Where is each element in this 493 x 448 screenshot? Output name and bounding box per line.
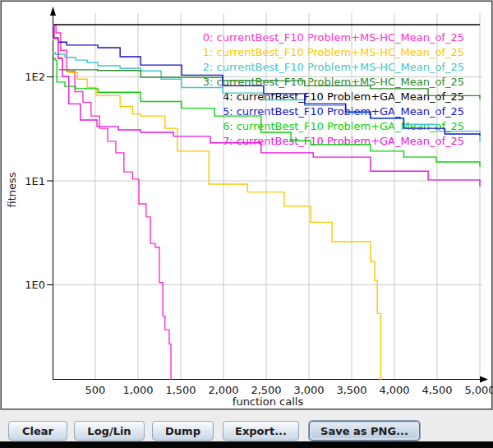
series-line-0 (53, 25, 171, 381)
plot-canvas: 1E21E11E05001,0001,5002,0002,5003,0003,5… (1, 1, 493, 411)
y-axis-arrow-icon (50, 7, 56, 16)
toolbar: ClearLog/LinDumpExport...Save as PNG... (0, 410, 493, 441)
x-tick-label: 1,500 (165, 384, 196, 396)
x-tick-label: 3,500 (336, 384, 366, 396)
x-tick-label: 1,000 (122, 384, 153, 396)
x-tick-label: 4,000 (379, 384, 409, 396)
x-tick-label: 2,000 (208, 384, 238, 396)
window-bottom-edge (0, 441, 493, 448)
dump-button[interactable]: Dump (152, 421, 214, 441)
y-tick-label: 1E1 (25, 175, 45, 187)
export-button[interactable]: Export... (223, 421, 299, 441)
x-tick-label: 2,500 (251, 384, 281, 396)
x-axis-arrow-icon (480, 376, 488, 383)
chart-panel: 0: currentBest_F10 Problem+MS-HC_Mean_of… (0, 0, 493, 410)
x-tick-label: 4,500 (422, 384, 452, 396)
plot-window: 0: currentBest_F10 Problem+MS-HC_Mean_of… (0, 0, 493, 448)
log-lin-button[interactable]: Log/Lin (74, 421, 145, 441)
series-line-1 (53, 39, 380, 381)
clear-button[interactable]: Clear (8, 421, 67, 441)
x-tick-label: 3,000 (293, 384, 324, 396)
y-tick-label: 1E2 (25, 71, 45, 83)
x-tick-label: 500 (85, 384, 106, 396)
save-as-png-button[interactable]: Save as PNG... (309, 421, 420, 441)
series-line-3 (59, 70, 480, 99)
x-tick-label: 5,000 (464, 384, 493, 396)
series-line-6 (53, 58, 480, 167)
y-tick-label: 1E0 (25, 279, 45, 291)
